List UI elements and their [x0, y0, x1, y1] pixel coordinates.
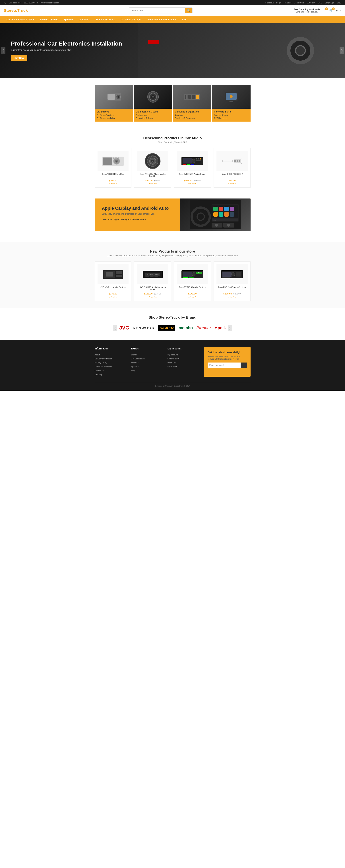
new-product-0[interactable]: JVC KS-P111 Audio System $230.00 ★★★★★: [95, 261, 132, 301]
nav-item-amplifiers[interactable]: Amplifiers: [76, 16, 93, 23]
category-section: Car Stereos Car Stereo Receivers Car Ste…: [0, 78, 345, 129]
top-bar-left: 📞 Call Toll Free: 1800-52360878 info@ste…: [4, 1, 59, 4]
footer-account-link[interactable]: My account: [168, 353, 199, 357]
footer-affiliates-link[interactable]: Affiliates: [131, 361, 162, 365]
checkout-link[interactable]: Checkout: [265, 2, 273, 4]
brand-kenwood[interactable]: KENWOOD: [131, 324, 157, 332]
svg-point-16: [230, 95, 233, 98]
search-input[interactable]: [129, 8, 185, 13]
category-card-stereos[interactable]: Car Stereos Car Stereo Receivers Car Ste…: [95, 85, 133, 122]
nav-item-sound-processors[interactable]: Sound Processors: [93, 16, 118, 23]
language-label: Language:: [325, 2, 334, 4]
nav-item-packages[interactable]: Car Audio Packages: [118, 16, 145, 23]
language-selector[interactable]: ENG: [337, 2, 341, 4]
bestselling-product-2[interactable]: Boss BV9695BP Audio System $208.00 $260.…: [174, 148, 211, 188]
category-link-gps-1[interactable]: GPS Navigation: [214, 117, 248, 120]
svg-rect-38: [200, 158, 201, 159]
brands-prev-button[interactable]: ❮: [113, 325, 117, 331]
svg-line-53: [241, 163, 242, 164]
footer-privacy-link[interactable]: Privacy Policy: [95, 361, 126, 365]
product-price-0: $160.00: [98, 179, 129, 182]
category-link-stereos-0[interactable]: Car Stereo Receivers: [97, 114, 131, 117]
newsletter-email-input[interactable]: [208, 363, 241, 368]
category-card-gps[interactable]: Car Video & GPS Cameras & Video GPS Navi…: [212, 85, 250, 122]
bestselling-product-1[interactable]: ALPINE Boss AR1500M Mono Mosfet Amplifie…: [134, 148, 171, 188]
new-product-image-1: SD MMC CARD: [137, 265, 168, 284]
category-card-amps[interactable]: Car Amps & Equalizers Amplifiers Equaliz…: [173, 85, 211, 122]
promo-banner: Apple Carplay and Android Auto Safe, eas…: [95, 198, 250, 231]
nav-item-speakers[interactable]: Speakers: [61, 16, 76, 23]
brand-polk-heart: ♥: [215, 326, 217, 330]
wishlist-icon[interactable]: ♡ 0: [323, 8, 326, 12]
footer-contact-link[interactable]: Contact Us: [95, 369, 126, 373]
new-product-3[interactable]: Boss BV6H598P Audio System $208.00 $260.…: [213, 261, 250, 301]
login-link[interactable]: Login: [276, 2, 281, 4]
svg-rect-62: [230, 207, 234, 211]
footer-brands-link[interactable]: Brands: [131, 353, 162, 357]
footer-terms-link[interactable]: Terms & Conditions: [95, 365, 126, 369]
footer-delivery-link[interactable]: Delivery Information: [95, 357, 126, 361]
bestselling-product-0[interactable]: Boss AR1100R Amplifier $160.00 ★★★★★: [95, 148, 132, 188]
hero-prev-arrow[interactable]: ❮: [1, 47, 5, 54]
category-link-amps-0[interactable]: Amplifiers: [175, 114, 209, 117]
new-product-1[interactable]: SD MMC CARD JVC CS1123 Audio Speakers Sy…: [134, 261, 171, 301]
cart-icon[interactable]: 🛒 0: [329, 8, 333, 12]
footer-orders-link[interactable]: Order History: [168, 357, 199, 361]
category-card-speakers[interactable]: Car Speakers & Subs Car Speakers Subwoof…: [134, 85, 172, 122]
footer-about-link[interactable]: About: [95, 353, 126, 357]
nav-item-accessories[interactable]: Accessories & Installation ▾: [144, 16, 179, 23]
nav-item-car-audio[interactable]: Car Audio, Videos & GPS ▾: [4, 16, 37, 23]
brand-polk[interactable]: ♥ polk: [213, 324, 228, 332]
cart-badge: 0: [332, 7, 335, 10]
hero-next-arrow[interactable]: ❯: [340, 47, 344, 54]
logo-accent: Truck: [17, 8, 28, 13]
svg-rect-63: [213, 212, 218, 217]
newsletter-form: →: [208, 363, 247, 368]
svg-rect-42: [187, 164, 191, 164]
category-link-speakers-0[interactable]: Car Speakers: [136, 114, 170, 117]
nav-item-stereos[interactable]: Stereos & Radios: [37, 16, 61, 23]
brands-next-button[interactable]: ❯: [228, 325, 232, 331]
new-product-price-1: $188.00 $235.00: [137, 292, 168, 295]
brand-jvc[interactable]: JVC: [117, 323, 131, 333]
newsletter-submit-button[interactable]: →: [241, 363, 247, 368]
new-product-2[interactable]: MP3 Boss BV515.38 Audio System $170.00 ★…: [174, 261, 211, 301]
category-link-stereos-1[interactable]: Car Stereo Installation: [97, 117, 131, 120]
brand-pioneer[interactable]: Pioneer: [195, 324, 213, 332]
shipping-title: Free Shipping Worldwide: [294, 8, 320, 11]
svg-rect-49: [237, 160, 238, 162]
svg-rect-77: [106, 272, 113, 277]
footer-sitemap-link[interactable]: Site Map: [95, 373, 126, 377]
email-link[interactable]: info@stereotrunk.org: [40, 2, 59, 4]
promo-link[interactable]: Learn about Apple CarPlay and Android Au…: [102, 218, 146, 220]
footer-specials-link[interactable]: Specials: [131, 365, 162, 369]
wishlist-badge: 0: [325, 7, 328, 10]
contact-us-link[interactable]: Contact Us: [294, 2, 304, 4]
new-product-name-3: Boss BV6H598P Audio System: [216, 286, 248, 291]
footer-wishlist-link[interactable]: Wish List: [168, 361, 199, 365]
product-image-1: ALPINE: [137, 151, 168, 171]
svg-rect-1: [107, 94, 115, 100]
nav-item-sale[interactable]: Sale: [179, 16, 189, 23]
search-button[interactable]: 🔍: [185, 8, 192, 13]
phone-number[interactable]: 1800-52360878: [24, 2, 38, 4]
logo[interactable]: Stereo.Truck: [4, 8, 28, 13]
brand-metabo[interactable]: metabo: [177, 324, 195, 332]
bestselling-title: Bestselling Products in Car Audio: [4, 136, 341, 140]
category-link-speakers-1[interactable]: Subwoofers & Boxes: [136, 117, 170, 120]
footer-gift-link[interactable]: Gift Certificates: [131, 357, 162, 361]
footer-newsletter-link[interactable]: Newsletter: [168, 365, 199, 369]
hero-buy-button[interactable]: Buy Now: [11, 55, 27, 61]
bestselling-product-3[interactable]: Kicker DSC5 (41DSC54) $42.00 ★★★★★: [213, 148, 250, 188]
brands-title: Shop StereoTruck by Brand: [4, 315, 341, 319]
category-link-amps-1[interactable]: Equalizers & Processors: [175, 117, 209, 120]
register-link[interactable]: Register: [284, 2, 291, 4]
brand-kicker[interactable]: KICKER: [157, 324, 177, 332]
category-link-gps-0[interactable]: Cameras & Video: [214, 114, 248, 117]
category-info-stereos: Car Stereos Car Stereo Receivers Car Ste…: [95, 109, 133, 122]
footer-blog-link[interactable]: Blog: [131, 369, 162, 373]
brand-kicker-label: KICKER: [158, 325, 175, 331]
currency-selector[interactable]: USD: [318, 2, 322, 4]
hero-content: Professional Car Electronics Installatio…: [0, 33, 133, 68]
svg-rect-91: [183, 277, 188, 278]
